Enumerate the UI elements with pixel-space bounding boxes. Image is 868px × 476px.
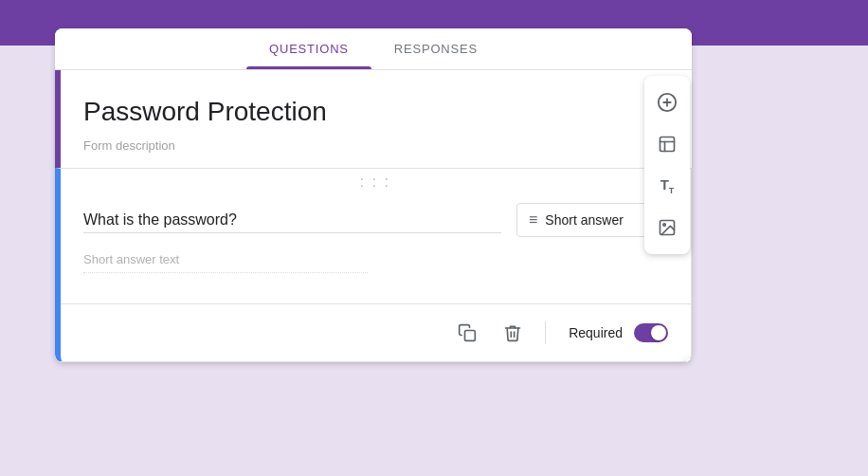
tabs-bar: QUESTIONS RESPONSES bbox=[55, 28, 692, 70]
delete-button[interactable] bbox=[496, 316, 530, 350]
question-content: ≡ Short answer ▾ Short answer text bbox=[61, 195, 691, 288]
short-answer-icon: ≡ bbox=[529, 211, 537, 229]
add-text-button[interactable]: TT bbox=[644, 167, 690, 205]
tab-responses[interactable]: RESPONSES bbox=[371, 28, 500, 69]
add-title-button[interactable] bbox=[644, 125, 690, 163]
toggle-switch[interactable] bbox=[634, 323, 668, 342]
answer-placeholder-text: Short answer text bbox=[83, 252, 368, 273]
form-description[interactable]: Form description bbox=[83, 138, 669, 153]
form-header: Password Protection Form description bbox=[55, 70, 692, 168]
add-image-button[interactable] bbox=[644, 209, 690, 247]
required-label: Required bbox=[569, 325, 623, 340]
context-menu: Show Description Response validation bbox=[686, 358, 692, 362]
question-section: ⁚ ⁚ ⁚ ≡ Short answer ▾ Short answer text bbox=[55, 168, 692, 362]
toggle-knob bbox=[651, 325, 666, 340]
required-toggle[interactable] bbox=[634, 323, 668, 342]
svg-point-8 bbox=[663, 224, 666, 227]
answer-type-label: Short answer bbox=[545, 212, 623, 228]
form-title: Password Protection bbox=[83, 97, 669, 127]
context-menu-header: Show bbox=[686, 358, 692, 362]
tab-questions[interactable]: QUESTIONS bbox=[246, 28, 371, 69]
question-row: ≡ Short answer ▾ bbox=[83, 203, 668, 237]
copy-button[interactable] bbox=[450, 316, 484, 350]
question-input[interactable] bbox=[83, 208, 501, 233]
svg-rect-4 bbox=[660, 137, 675, 152]
main-card: QUESTIONS RESPONSES Password Protection … bbox=[55, 28, 692, 362]
vertical-divider bbox=[545, 321, 546, 344]
sidebar-tools: TT bbox=[644, 76, 690, 254]
svg-rect-0 bbox=[465, 331, 476, 341]
add-question-button[interactable] bbox=[644, 83, 690, 121]
drag-handle: ⁚ ⁚ ⁚ bbox=[61, 169, 691, 195]
bottom-actions: Required bbox=[61, 304, 691, 361]
